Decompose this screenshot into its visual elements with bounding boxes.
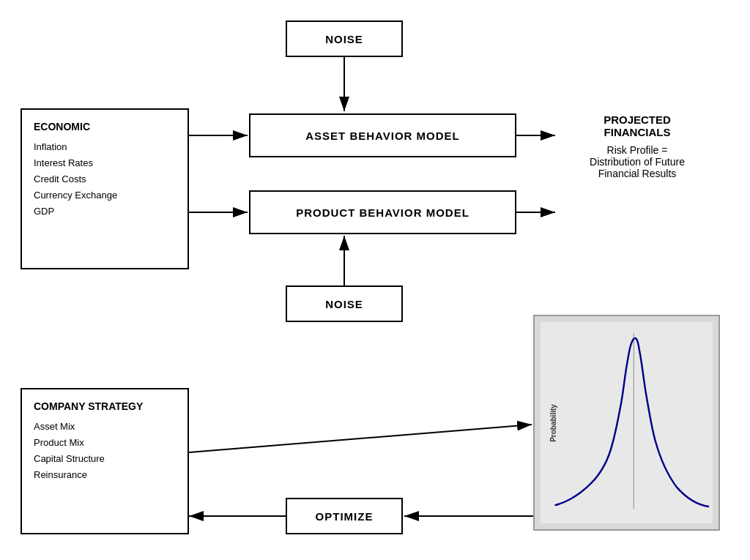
asset-behavior-box: ASSET BEHAVIOR MODEL	[249, 113, 516, 157]
economic-box: ECONOMIC Inflation Interest Rates Credit…	[21, 108, 189, 269]
economic-items: Inflation Interest Rates Credit Costs Cu…	[34, 139, 176, 220]
main-diagram: NOISE ECONOMIC Inflation Interest Rates …	[0, 0, 750, 560]
bell-curve-svg	[541, 322, 713, 523]
product-behavior-box: PRODUCT BEHAVIOR MODEL	[249, 190, 516, 234]
svg-line-9	[189, 425, 532, 452]
noise-bottom-box: NOISE	[286, 285, 403, 322]
noise-top-box: NOISE	[286, 20, 403, 57]
projected-financials-label: PROJECTED FINANCIALS Risk Profile = Dist…	[557, 113, 718, 179]
optimize-box: OPTIMIZE	[286, 498, 403, 534]
company-strategy-box: COMPANY STRATEGY Asset Mix Product Mix C…	[21, 388, 189, 534]
company-strategy-items: Asset Mix Product Mix Capital Structure …	[34, 419, 176, 483]
distribution-chart: Probability	[533, 315, 720, 531]
